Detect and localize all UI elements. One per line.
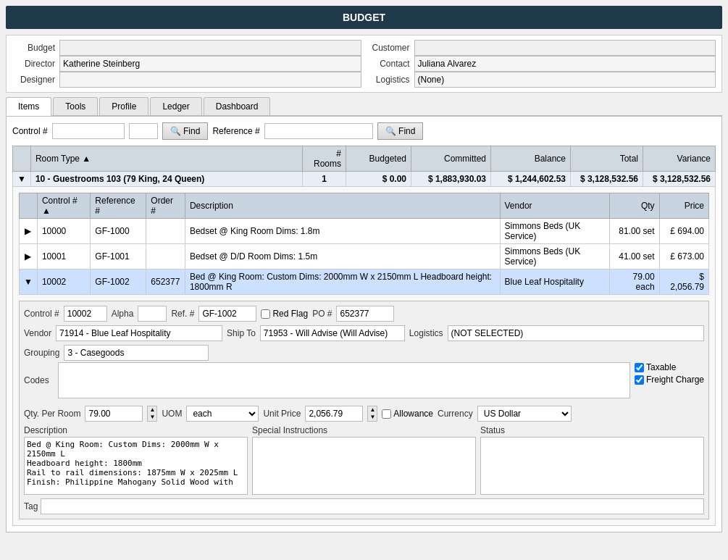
status-col: Status <box>480 425 704 495</box>
col-budgeted[interactable]: Budgeted <box>346 146 411 172</box>
price-up[interactable]: ▲ <box>368 406 377 414</box>
sub-col-qty[interactable]: Qty <box>610 193 659 219</box>
vendor-label: Vendor <box>24 328 51 338</box>
contact-input[interactable] <box>414 56 716 72</box>
sub-col-control[interactable]: Control # ▲ <box>37 193 90 219</box>
expand-icon[interactable]: ▼ <box>13 172 31 187</box>
sub-desc-3: Bed @ King Room: Custom Dims: 2000mm W x… <box>185 269 500 295</box>
po-label: PO # <box>312 309 332 319</box>
sub-col-price[interactable]: Price <box>659 193 708 219</box>
tabs-bar: Items Tools Profile Ledger Dashboard <box>6 97 722 116</box>
codes-row: Codes <box>24 362 630 398</box>
col-total[interactable]: Total <box>571 146 643 172</box>
col-variance[interactable]: Variance <box>643 146 716 172</box>
tab-ledger[interactable]: Ledger <box>150 97 201 115</box>
col-committed[interactable]: Committed <box>411 146 491 172</box>
taxable-check[interactable]: Taxable <box>635 362 704 372</box>
freight-check[interactable]: Freight Charge <box>635 375 704 385</box>
tab-items[interactable]: Items <box>6 97 51 116</box>
sub-expand-1[interactable]: ▶ <box>20 219 38 244</box>
po-input[interactable] <box>336 306 394 322</box>
table-row[interactable]: ▼ 10 - Guestrooms 103 (79 King, 24 Queen… <box>13 172 716 187</box>
detail-alpha-label: Alpha <box>112 309 134 319</box>
designer-input[interactable] <box>59 72 361 88</box>
sub-col-description[interactable]: Description <box>185 193 500 219</box>
sub-reference-2: GF-1001 <box>91 244 146 269</box>
sub-desc-2: Bedset @ D/D Room Dims: 1.5m <box>185 244 500 269</box>
description-header: Description <box>24 425 248 435</box>
desc-status-row: Description Bed @ King Room: Custom Dims… <box>24 425 704 495</box>
qty-input[interactable] <box>85 406 143 422</box>
price-spinner[interactable]: ▲ ▼ <box>367 406 377 422</box>
description-textarea[interactable]: Bed @ King Room: Custom Dims: 2000mm W x… <box>24 437 248 495</box>
allowance-check[interactable]: Allowance <box>382 409 433 419</box>
qty-spinner[interactable]: ▲ ▼ <box>147 406 157 422</box>
sub-qty-2: 41.00 set <box>610 244 659 269</box>
sub-expand-2[interactable]: ▶ <box>20 244 38 269</box>
tab-tools[interactable]: Tools <box>53 97 98 115</box>
sub-row-3[interactable]: ▼ 10002 GF-1002 652377 Bed @ King Room: … <box>20 269 709 295</box>
tab-profile[interactable]: Profile <box>99 97 148 115</box>
find2-button[interactable]: 🔍 Find <box>377 122 424 140</box>
uom-select[interactable]: each <box>186 406 259 422</box>
red-flag-check[interactable]: Red Flag <box>261 309 308 319</box>
sub-row-1[interactable]: ▶ 10000 GF-1000 Bedset @ King Room Dims:… <box>20 219 709 244</box>
price-down[interactable]: ▼ <box>368 414 377 421</box>
grouping-input[interactable] <box>64 345 209 361</box>
allowance-checkbox[interactable] <box>382 409 391 419</box>
director-input[interactable] <box>59 56 361 72</box>
balance-cell: $ 1,244,602.53 <box>491 172 571 187</box>
logistics-detail-input[interactable] <box>448 325 704 341</box>
logistics-detail-label: Logistics <box>409 328 443 338</box>
qty-down[interactable]: ▼ <box>148 414 156 421</box>
control-sub-input[interactable] <box>129 123 158 139</box>
sub-qty-3: 79.00 each <box>610 269 659 295</box>
col-room-type[interactable]: Room Type ▲ <box>30 146 302 172</box>
find1-button[interactable]: 🔍 Find <box>162 122 209 140</box>
sub-vendor-3: Blue Leaf Hospitality <box>500 269 610 295</box>
ship-to-label: Ship To <box>227 328 256 338</box>
qty-label: Qty. Per Room <box>24 409 80 419</box>
detail-row-2: Vendor Ship To Logistics <box>24 325 704 341</box>
status-textarea[interactable] <box>480 437 704 495</box>
budget-input[interactable] <box>59 40 361 56</box>
sub-col-vendor[interactable]: Vendor <box>500 193 610 219</box>
red-flag-checkbox[interactable] <box>261 309 270 319</box>
freight-checkbox[interactable] <box>635 375 644 385</box>
sub-col-reference[interactable]: Reference # <box>91 193 146 219</box>
detail-ref-input[interactable] <box>198 306 256 322</box>
header-form: Budget Customer Director Contact Designe… <box>6 35 722 93</box>
sub-reference-1: GF-1000 <box>91 219 146 244</box>
unit-price-input[interactable] <box>305 406 363 422</box>
qty-up[interactable]: ▲ <box>148 406 156 414</box>
taxable-checkbox[interactable] <box>635 363 644 372</box>
logistics-input[interactable] <box>414 72 716 88</box>
uom-label: UOM <box>162 409 182 419</box>
description-col: Description Bed @ King Room: Custom Dims… <box>24 425 248 495</box>
currency-select[interactable]: US Dollar <box>477 406 572 422</box>
sub-order-2 <box>146 244 185 269</box>
reference-input[interactable] <box>264 123 373 139</box>
detail-control-input[interactable] <box>64 306 107 322</box>
control-label: Control # <box>12 126 48 136</box>
control-input[interactable] <box>52 123 125 139</box>
reference-label: Reference # <box>212 126 259 136</box>
sub-col-order[interactable]: Order # <box>146 193 185 219</box>
tag-input[interactable] <box>41 498 704 514</box>
sub-order-1 <box>146 219 185 244</box>
budgeted-cell: $ 0.00 <box>346 172 411 187</box>
tab-dashboard[interactable]: Dashboard <box>204 97 271 115</box>
sub-expand-3[interactable]: ▼ <box>20 269 38 295</box>
sub-table-row: Control # ▲ Reference # Order # Descript… <box>13 187 716 526</box>
detail-alpha-input[interactable] <box>138 306 167 322</box>
vendor-input[interactable] <box>56 325 222 341</box>
customer-input[interactable] <box>414 40 716 56</box>
codes-textarea[interactable] <box>58 362 630 398</box>
col-rooms[interactable]: # Rooms <box>303 146 346 172</box>
special-instructions-header: Special Instructions <box>252 425 476 435</box>
sub-row-2[interactable]: ▶ 10001 GF-1001 Bedset @ D/D Room Dims: … <box>20 244 709 269</box>
director-label: Director <box>12 59 59 69</box>
ship-to-input[interactable] <box>260 325 405 341</box>
special-instructions-textarea[interactable] <box>252 437 476 495</box>
col-balance[interactable]: Balance <box>491 146 571 172</box>
